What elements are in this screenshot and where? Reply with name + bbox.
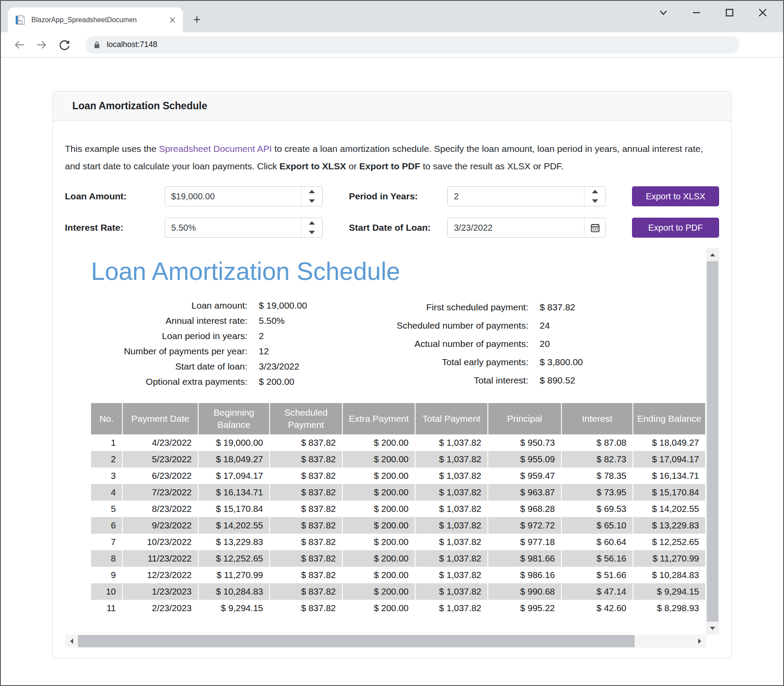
table-cell: $ 963.87 (488, 484, 561, 501)
start-date-input[interactable]: 3/23/2022 (447, 218, 606, 238)
summary-value: 2 (259, 328, 333, 343)
interest-rate-spinner (301, 218, 322, 237)
interest-rate-input[interactable]: 5.50% (165, 218, 323, 238)
scroll-up-button[interactable] (706, 248, 719, 261)
table-cell: $ 837.82 (270, 484, 342, 501)
summary-label: Total interest: (333, 371, 540, 389)
close-window-button[interactable] (757, 7, 768, 18)
scroll-down-button[interactable] (706, 622, 719, 635)
scroll-left-button[interactable] (65, 635, 78, 648)
minimize-button[interactable] (691, 7, 702, 18)
calendar-button[interactable] (584, 218, 605, 237)
table-cell: $ 200.00 (342, 534, 415, 550)
summary-row: Annual interest rate:5.50% (91, 313, 333, 328)
card-title: Loan Amortization Schedule (53, 91, 731, 121)
summary-right: First scheduled payment:$ 837.82Schedule… (333, 298, 605, 389)
reload-button[interactable] (56, 36, 73, 54)
table-cell: $ 837.82 (270, 501, 342, 517)
triangle-left-icon (70, 639, 73, 644)
table-cell: 8 (91, 550, 122, 567)
table-row: 710/23/2022$ 13,229.83$ 837.82$ 200.00$ … (91, 534, 705, 550)
table-cell: $ 51.66 (561, 567, 633, 583)
horizontal-scrollbar-thumb[interactable] (78, 635, 635, 647)
chevron-up-icon (309, 190, 315, 193)
table-header-row: No.Payment DateBeginning BalanceSchedule… (91, 403, 705, 434)
table-cell: $ 968.28 (488, 501, 561, 517)
table-cell: $ 78.35 (561, 467, 633, 484)
table-cell: $ 1,037.82 (415, 434, 488, 451)
summary-label: Number of payments per year: (91, 343, 259, 359)
table-cell: $ 959.47 (488, 467, 561, 484)
summary-value: 3/23/2022 (259, 359, 333, 374)
summary-label: Optional extra payments: (91, 374, 259, 389)
table-cell: $ 10,284.83 (633, 567, 705, 583)
back-button[interactable] (10, 36, 28, 54)
summary-row: Start date of loan:3/23/2022 (91, 359, 333, 374)
browser-tab[interactable]: BlazorApp_SpreadsheetDocumen (8, 7, 183, 32)
table-cell: $ 977.18 (488, 534, 561, 550)
sheet-title: Loan Amortization Schedule (91, 257, 706, 286)
table-cell: $ 1,037.82 (415, 534, 488, 550)
calendar-icon (590, 223, 600, 233)
table-header-cell: Total Payment (415, 403, 488, 434)
form-row: Loan Amount: $19,000.00 Period in Years:… (65, 186, 719, 206)
table-cell: $ 14,202.55 (198, 517, 270, 534)
tab-favicon-icon (15, 14, 26, 26)
vertical-scrollbar[interactable] (706, 248, 719, 635)
loan-amount-input[interactable]: $19,000.00 (165, 186, 323, 206)
loan-amount-spin-down[interactable] (301, 196, 322, 206)
maximize-button[interactable] (724, 7, 735, 18)
table-cell: $ 837.82 (270, 550, 342, 567)
table-cell: $ 837.82 (270, 517, 342, 534)
table-cell: $ 8,298.93 (633, 600, 705, 616)
table-cell: $ 200.00 (342, 434, 415, 451)
sheet-summary: Loan amount:$ 19,000.00Annual interest r… (91, 298, 706, 389)
interest-rate-spin-up[interactable] (301, 218, 322, 228)
loan-amount-value: $19,000.00 (165, 187, 301, 206)
summary-label: Actual number of payments: (333, 334, 540, 353)
description-text: This example uses the Spreadsheet Docume… (65, 140, 716, 175)
table-row: 58/23/2022$ 15,170.84$ 837.82$ 200.00$ 1… (91, 501, 705, 517)
export-pdf-button[interactable]: Export to PDF (632, 218, 719, 238)
summary-value: 12 (259, 343, 333, 359)
triangle-right-icon (698, 639, 701, 644)
period-input[interactable]: 2 (447, 186, 606, 206)
table-cell: $ 837.82 (270, 567, 342, 583)
chevron-up-icon (592, 190, 598, 193)
scroll-right-button[interactable] (693, 635, 706, 648)
description-bold: Export to XLSX (280, 161, 346, 171)
export-xlsx-button[interactable]: Export to XLSX (632, 186, 719, 206)
period-spin-down[interactable] (585, 196, 605, 206)
table-row: 112/23/2023$ 9,294.15$ 837.82$ 200.00$ 1… (91, 600, 705, 616)
table-cell: $ 1,037.82 (415, 583, 488, 600)
summary-value: $ 890.52 (540, 371, 605, 389)
tab-search-chevron-icon[interactable] (658, 7, 669, 18)
lock-icon[interactable] (93, 40, 101, 49)
table-row: 25/23/2022$ 18,049.27$ 837.82$ 200.00$ 1… (91, 451, 705, 467)
new-tab-button[interactable]: + (189, 12, 205, 27)
description-segment: This example uses the (65, 144, 159, 154)
summary-row: Optional extra payments:$ 200.00 (91, 374, 333, 389)
vertical-scrollbar-thumb[interactable] (707, 261, 718, 622)
tab-strip: BlazorApp_SpreadsheetDocumen + (1, 1, 783, 32)
triangle-down-icon (710, 627, 715, 630)
horizontal-scrollbar[interactable] (65, 635, 706, 648)
summary-value: $ 3,800.00 (540, 353, 605, 371)
summary-row: Total early payments:$ 3,800.00 (333, 353, 605, 371)
tab-close-icon[interactable] (166, 14, 179, 26)
spreadsheet-api-link[interactable]: Spreadsheet Document API (159, 144, 272, 154)
description-bold: Export to PDF (359, 161, 420, 171)
interest-rate-spin-down[interactable] (301, 228, 322, 237)
summary-label: Total early payments: (333, 353, 540, 371)
table-cell: $ 15,170.84 (198, 501, 270, 517)
forward-button[interactable] (33, 36, 51, 54)
period-spin-up[interactable] (585, 187, 605, 196)
url-text: localhost:7148 (107, 40, 157, 49)
table-cell: 7 (91, 534, 122, 550)
url-bar[interactable]: localhost:7148 (85, 36, 740, 54)
table-cell: 4/23/2022 (122, 434, 198, 451)
description-segment: or (346, 161, 359, 171)
loan-amount-spin-up[interactable] (301, 187, 322, 196)
chevron-down-icon (592, 199, 598, 203)
card-body: This example uses the Spreadsheet Docume… (53, 121, 731, 658)
